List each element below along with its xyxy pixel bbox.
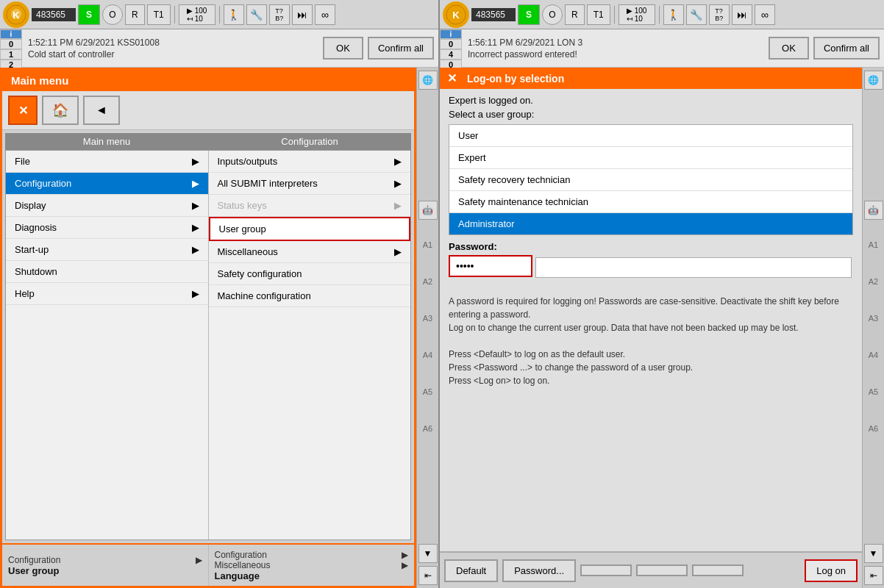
right-msg-text: Incorrect password entered!	[468, 49, 758, 60]
menu-item-display[interactable]: Display ▶	[6, 195, 208, 217]
logon-close-button[interactable]: ✕	[440, 68, 464, 89]
left-side-btn-robot[interactable]: 🤖	[418, 201, 438, 220]
col-header-main: Main menu	[5, 133, 208, 150]
menu-item-status[interactable]: Status keys ▶	[209, 195, 411, 217]
right-skip-icon[interactable]: ⏭	[732, 4, 752, 25]
right-s-button[interactable]: S	[518, 4, 540, 25]
right-walk-icon[interactable]: 🚶	[663, 4, 684, 25]
logon-body: Expert is logged on. Select a user group…	[440, 89, 862, 551]
menu-item-inputs[interactable]: Inputs/outputs ▶	[209, 151, 411, 173]
left-confirm-button[interactable]: Confirm all	[368, 37, 434, 60]
info-line-2: Log on to change the current user group.…	[449, 323, 799, 333]
user-label-safety-recovery: Safety recovery technician	[458, 174, 570, 185]
left-status-title2-text: Configuration	[215, 550, 267, 560]
left-s-button[interactable]: S	[78, 4, 100, 25]
right-sep2	[659, 6, 660, 24]
left-toolbar-id: 483565	[32, 8, 76, 21]
sep1	[174, 6, 175, 24]
log-on-button[interactable]: Log on	[805, 559, 858, 582]
left-ok-button[interactable]: OK	[323, 37, 363, 60]
left-status-value2: Language	[215, 570, 409, 581]
left-toolbar: K 483565 S O R T1 ▶ 100↤ 10 🚶 🔧 T?B? ⏭ ∞	[0, 0, 438, 29]
right-side-btn-arrow-down[interactable]: ▼	[864, 544, 883, 563]
menu-item-status-label: Status keys	[218, 200, 267, 211]
menu-item-diagnosis-label: Diagnosis	[15, 222, 57, 233]
right-side-btn-robot[interactable]: 🤖	[864, 201, 883, 220]
user-item-safety-recovery[interactable]: Safety recovery technician	[449, 169, 852, 191]
right-tb-icon[interactable]: T?B?	[709, 4, 730, 25]
menu-item-shutdown[interactable]: Shutdown	[6, 261, 208, 283]
col-header-config: Configuration	[208, 133, 411, 150]
user-label-administrator: Administrator	[458, 218, 515, 229]
password-button[interactable]: Password...	[502, 559, 576, 582]
password-input[interactable]	[450, 257, 531, 276]
user-list: User Expert Safety recovery technician S…	[449, 124, 853, 235]
menu-item-help[interactable]: Help ▶	[6, 283, 208, 305]
menu-item-startup-arrow: ▶	[192, 244, 199, 255]
right-confirm-button[interactable]: Confirm all	[813, 37, 880, 60]
menu-item-startup[interactable]: Start-up ▶	[6, 239, 208, 261]
menu-item-machine[interactable]: Machine configuration	[209, 285, 411, 307]
back-button[interactable]: ◄	[83, 96, 120, 125]
right-ok-button[interactable]: OK	[769, 37, 809, 60]
menu-item-misc[interactable]: Miscellaneous ▶	[209, 241, 411, 263]
left-tool-icon[interactable]: 🔧	[246, 4, 267, 25]
close-button[interactable]: ✕	[8, 96, 38, 125]
home-button[interactable]: 🏠	[42, 96, 79, 125]
right-side-toolbar: 🌐 🤖 A1 A2 A3 A4 A5 A6 ▼ ⇤	[862, 68, 884, 588]
left-play-button[interactable]: ▶ 100↤ 10	[179, 4, 215, 25]
main-menu-title: Main menu	[2, 70, 414, 91]
user-item-administrator[interactable]: Administrator	[449, 213, 852, 234]
left-side-toolbar: 🌐 🤖 A1 A2 A3 A4 A5 A6 ▼ ⇤	[416, 68, 438, 588]
left-ax-a3: A3	[423, 314, 432, 323]
user-item-safety-maintenance[interactable]: Safety maintenance technician	[449, 191, 852, 213]
left-walk-icon[interactable]: 🚶	[224, 4, 244, 25]
menu-cols: File ▶ Configuration ▶ Display ▶ Diagn	[5, 150, 411, 540]
left-status-title3-text: Miscellaneous	[215, 560, 271, 570]
left-side-btn-arrows[interactable]: ⇤	[418, 566, 438, 585]
user-label-safety-maintenance: Safety maintenance technician	[458, 196, 588, 207]
btn3[interactable]	[580, 564, 632, 576]
menu-item-safety[interactable]: Safety configuration	[209, 263, 411, 285]
right-o-button[interactable]: O	[542, 4, 563, 25]
user-item-expert[interactable]: Expert	[449, 147, 852, 169]
btn5[interactable]	[692, 564, 744, 576]
menu-item-submit[interactable]: All SUBMIT interpreters ▶	[209, 173, 411, 195]
menu-item-inputs-label: Inputs/outputs	[218, 156, 278, 167]
logon-title: Log-on by selection	[464, 69, 567, 88]
left-t1-button[interactable]: T1	[147, 4, 171, 25]
bottom-buttons: Default Password... Log on	[440, 551, 862, 588]
right-t1-button[interactable]: T1	[587, 4, 610, 25]
menu-item-submit-arrow: ▶	[394, 178, 402, 189]
menu-item-diagnosis-arrow: ▶	[192, 222, 199, 233]
right-indicators: i 0 4 0	[440, 29, 462, 67]
btn4[interactable]	[636, 564, 688, 576]
menu-item-diagnosis[interactable]: Diagnosis ▶	[6, 217, 208, 239]
right-r-button[interactable]: R	[565, 4, 585, 25]
left-status-title: Configuration ▶	[8, 555, 202, 565]
user-label-expert: Expert	[458, 152, 486, 163]
right-side-btn-arrows[interactable]: ⇤	[864, 566, 883, 585]
password-field-container	[449, 255, 853, 283]
user-item-user[interactable]: User	[449, 125, 852, 147]
menu-item-configuration[interactable]: Configuration ▶	[6, 173, 208, 195]
left-ax-a1: A1	[423, 240, 432, 249]
left-o-button[interactable]: O	[102, 4, 123, 25]
menu-item-file[interactable]: File ▶	[6, 151, 208, 173]
left-r-button[interactable]: R	[125, 4, 145, 25]
left-ind-2: 1	[0, 49, 22, 60]
right-play-button[interactable]: ▶ 100↤ 10	[619, 4, 655, 25]
menu-item-machine-label: Machine configuration	[218, 290, 311, 301]
left-side-btn-arrow-down[interactable]: ▼	[418, 544, 438, 563]
left-inf-icon[interactable]: ∞	[315, 4, 335, 25]
left-side-btn-globe[interactable]: 🌐	[418, 71, 438, 90]
right-inf-icon[interactable]: ∞	[755, 4, 775, 25]
right-side-btn-globe[interactable]: 🌐	[864, 71, 883, 90]
left-msg-time: 1:52:11 PM 6/29/2021 KSS01008	[28, 37, 313, 48]
default-button[interactable]: Default	[444, 559, 498, 582]
menu-item-usergroup[interactable]: User group	[209, 217, 411, 241]
left-tb-icon[interactable]: T?B?	[269, 4, 290, 25]
right-tool-icon[interactable]: 🔧	[686, 4, 707, 25]
right-logo: K	[443, 1, 469, 28]
left-skip-icon[interactable]: ⏭	[292, 4, 313, 25]
